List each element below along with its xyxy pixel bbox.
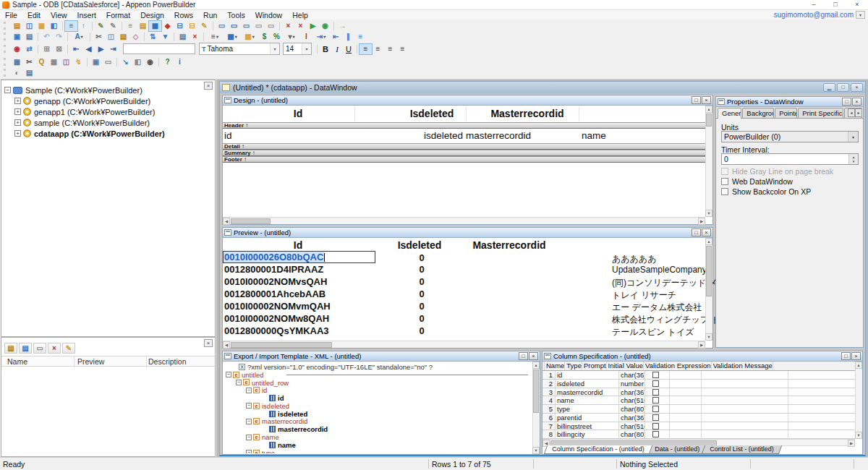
column-header[interactable]: Validation Expression <box>644 362 712 370</box>
todo-list-button[interactable]: ✎ <box>95 21 107 31</box>
cell-initial-value[interactable] <box>670 414 702 422</box>
design-header-masterrecordid[interactable]: Masterrecordid <box>485 108 569 119</box>
preview-row[interactable]: 0010I00002NOMvsQAH 0 (同)コンソリデーテッド メッセンジャ… <box>223 275 705 288</box>
clip-column-description[interactable]: Description <box>148 357 187 366</box>
clip-rename-button[interactable]: ▭ <box>33 343 46 354</box>
xml-tree-node[interactable]: − e isdeleted <box>224 402 531 410</box>
xml-tree-node[interactable]: − e untitled <box>224 371 531 379</box>
close-icon[interactable]: × <box>851 352 861 360</box>
align-right-button[interactable]: ≡ <box>384 44 396 54</box>
tab-scroll-right-icon[interactable]: ▸ <box>855 108 862 117</box>
library-painter-button[interactable]: ◧ <box>48 21 60 31</box>
xml-tree-node[interactable]: − X ?xml version="1.0" encoding="UTF-16L… <box>224 363 531 371</box>
text-color-dropdown[interactable]: A <box>70 32 88 42</box>
tab-order-button[interactable]: ↘ <box>119 57 132 67</box>
width-button[interactable]: ⇤ <box>330 32 342 42</box>
column-spec-row[interactable]: 2 isdeleted number <box>542 380 855 388</box>
filter-button[interactable]: ▼ <box>159 32 171 42</box>
cell-validation-message[interactable] <box>788 396 856 404</box>
column-spec-row[interactable]: 1 id char(36) <box>542 371 855 380</box>
preview-row[interactable]: 0012800000QsYMKAA3 0 テールスピン トイズ <box>223 325 705 337</box>
print-button[interactable]: ▤ <box>23 32 35 42</box>
close-icon[interactable]: × <box>204 339 213 347</box>
database-profile-button[interactable]: ◆ <box>161 21 174 31</box>
properties-checkbox[interactable]: Show Backcolor On XP <box>721 187 859 197</box>
spinner-icon[interactable]: ▴▾ <box>848 154 858 164</box>
sort-button[interactable]: ⇅ <box>147 32 159 42</box>
mdi-restore-button[interactable]: □ <box>837 83 849 92</box>
band-footer[interactable]: Footer ↑ <box>223 156 705 163</box>
column-spec-row[interactable]: 5 type char(80) <box>542 405 855 414</box>
cell-type[interactable]: number <box>619 380 645 388</box>
font-size-select[interactable]: 14 ▾ <box>283 43 312 55</box>
cell-name[interactable]: billingcity <box>556 430 619 438</box>
xml-tree-node[interactable]: − name <box>224 441 531 449</box>
expander-icon[interactable]: − <box>4 87 11 93</box>
cell-type[interactable]: char(510) <box>619 396 645 404</box>
clip-window-button[interactable]: ≡ <box>124 21 137 31</box>
close-icon[interactable]: × <box>204 82 213 90</box>
cell-validation-message[interactable] <box>788 414 856 422</box>
cell-initial-value[interactable] <box>670 371 702 379</box>
background-color-dropdown[interactable]: ▩ <box>241 32 258 42</box>
column-header[interactable]: Type <box>565 362 582 370</box>
window-painter-button[interactable]: ▭ <box>216 21 228 31</box>
redo-button[interactable]: ↷ <box>53 32 65 42</box>
comment-button[interactable]: ▭ <box>102 57 114 67</box>
column-spec-row[interactable]: 6 parentid char(36) <box>542 414 855 422</box>
menu-item[interactable]: View <box>46 11 72 20</box>
close-icon[interactable]: × <box>702 228 711 236</box>
maximize-button[interactable]: □ <box>825 0 846 10</box>
cell-validation-message[interactable] <box>788 405 856 413</box>
paste-special-button[interactable]: ◇ <box>129 32 142 42</box>
run-button[interactable]: ▶ <box>307 21 319 31</box>
knife-tool-button[interactable]: ✂ <box>23 57 35 67</box>
border-dropdown[interactable]: ⇥ <box>312 32 330 42</box>
expander-icon[interactable]: − <box>246 450 252 453</box>
database-button[interactable]: ⊟ <box>186 21 198 31</box>
mdi-close-button[interactable]: × <box>851 83 863 92</box>
tree-item[interactable]: + sample (C:¥Work¥PowerBuilder) <box>3 117 213 128</box>
inherit-button[interactable]: ◫ <box>23 21 35 31</box>
prompt-checkbox[interactable] <box>652 414 659 421</box>
cell-name[interactable]: isdeleted <box>556 380 619 388</box>
view-tab[interactable]: Column Specification - (untitled) <box>544 445 652 454</box>
chevron-down-icon[interactable]: ▾ <box>848 132 858 142</box>
tab-scroll-left-icon[interactable]: ◂ <box>848 108 855 117</box>
xml-tree-node[interactable]: − e type <box>224 449 531 453</box>
expander-icon[interactable]: + <box>14 130 21 137</box>
checkbox-icon[interactable] <box>721 178 728 185</box>
maximize-icon[interactable]: □ <box>692 228 701 236</box>
xml-tree-node[interactable]: − e id <box>224 386 531 394</box>
tree-item[interactable]: + cdataapp (C:¥Work¥PowerBuilder) <box>3 128 213 139</box>
menu-item[interactable]: Run <box>198 11 222 20</box>
align-justify-button[interactable]: ≡ <box>396 44 409 54</box>
maximize-icon[interactable]: □ <box>841 352 851 360</box>
menu-painter-button[interactable]: ▭ <box>240 21 252 31</box>
expander-icon[interactable]: + <box>14 98 21 104</box>
units-select[interactable]: PowerBuilder (0) ▾ <box>721 131 859 142</box>
prompt-checkbox[interactable] <box>652 389 659 396</box>
cell-validation-message[interactable] <box>788 388 856 396</box>
structure-painter-button[interactable]: ▭ <box>265 21 277 31</box>
prompt-checkbox[interactable] <box>652 406 659 412</box>
cell-type[interactable]: char(36) <box>619 371 645 379</box>
prompt-checkbox[interactable] <box>652 423 659 430</box>
column-spec-row[interactable]: 3 masterrecordid char(36) <box>542 388 855 397</box>
last-row-button[interactable]: ⇥ <box>107 44 119 54</box>
column-lines-button[interactable]: ∥ <box>342 32 354 42</box>
deploy-button[interactable]: ↑ <box>77 21 90 31</box>
cut-button[interactable]: ✂ <box>93 32 105 42</box>
grayscale-button[interactable]: ◐ <box>11 68 23 78</box>
open-button[interactable]: ▦ <box>35 21 48 31</box>
cell-validation-expression[interactable] <box>702 388 788 396</box>
properties-tab[interactable]: Print Specifications <box>798 108 843 118</box>
browser-button[interactable]: ✎ <box>107 21 119 31</box>
insert-row-button[interactable]: ⊞ <box>41 44 53 54</box>
database-painter-button[interactable]: ⊟ <box>174 21 186 31</box>
cell-validation-expression[interactable] <box>702 405 788 413</box>
new-button[interactable]: ▤ <box>11 21 23 31</box>
mdi-minimize-button[interactable]: ▁ <box>823 83 835 92</box>
cell-validation-message[interactable] <box>788 380 856 388</box>
menu-item[interactable]: Rows <box>169 11 198 20</box>
